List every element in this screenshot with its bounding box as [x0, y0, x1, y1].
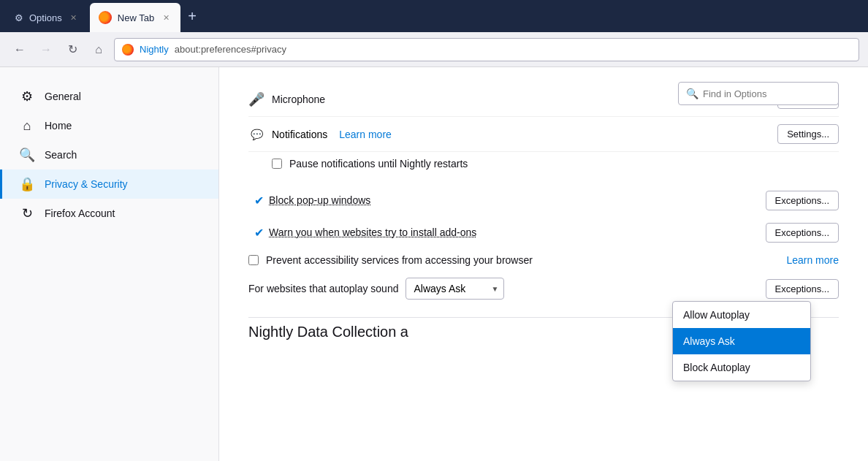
gear-icon: ⚙ [20, 89, 34, 104]
sidebar: ⚙ General ⌂ Home 🔍 Search 🔒 Privacy & Se… [0, 67, 219, 461]
page: ⚙ General ⌂ Home 🔍 Search 🔒 Privacy & Se… [0, 67, 868, 461]
forward-button[interactable]: → [35, 39, 57, 61]
warn-addons-checkmark: ✔ [248, 222, 269, 243]
block-popup-exceptions-button[interactable]: Exceptions... [766, 191, 839, 210]
warn-addons-row: ✔ Warn you when websites try to install … [248, 216, 839, 248]
tab-options-label: Options [29, 12, 62, 23]
notifications-row: 💬 Notifications Learn more Settings... [248, 117, 839, 152]
warn-addons-label: Warn you when websites try to install ad… [269, 226, 766, 238]
autoplay-exceptions-button[interactable]: Exceptions... [766, 279, 839, 299]
pause-notifications-label: Pause notifications until Nightly restar… [289, 158, 468, 169]
autoplay-label: For websites that autoplay sound [248, 283, 398, 294]
new-tab-button[interactable]: + [182, 6, 202, 26]
sidebar-general-label: General [45, 91, 81, 102]
url-site-name: Nightly [140, 44, 169, 55]
firefox-tab-icon [99, 11, 112, 24]
sidebar-item-general[interactable]: ⚙ General [0, 82, 218, 111]
notifications-label-group: 💬 Notifications Learn more [248, 126, 777, 142]
autoplay-dropdown: Allow Autoplay Always Ask Block Autoplay [672, 301, 811, 381]
sidebar-item-search[interactable]: 🔍 Search [0, 140, 218, 169]
block-popup-row: ✔ Block pop-up windows Exceptions... [248, 184, 839, 216]
url-bar[interactable]: Nightly about:preferences#privacy [114, 38, 859, 61]
sidebar-privacy-label: Privacy & Security [45, 178, 128, 190]
dropdown-item-always-ask[interactable]: Always Ask [673, 328, 810, 354]
tab-options-close[interactable]: ✕ [68, 12, 80, 23]
sidebar-home-label: Home [45, 120, 72, 132]
dropdown-item-allow[interactable]: Allow Autoplay [673, 302, 810, 328]
find-in-options[interactable]: 🔍 [678, 82, 839, 105]
pause-notifications-checkbox[interactable] [272, 159, 282, 169]
notifications-icon: 💬 [248, 126, 264, 142]
find-in-options-input[interactable] [703, 88, 831, 99]
reload-button[interactable]: ↻ [61, 39, 83, 61]
search-icon: 🔍 [20, 148, 34, 162]
tab-newtab[interactable]: New Tab ✕ [90, 3, 180, 32]
microphone-icon: 🎤 [248, 91, 264, 107]
prevent-accessibility-label: Prevent accessibility services from acce… [266, 254, 774, 266]
block-popup-checkmark: ✔ [248, 190, 269, 210]
options-gear-icon: ⚙ [15, 12, 23, 23]
notifications-label: Notifications [272, 129, 327, 140]
microphone-label: Microphone [272, 94, 325, 105]
block-popup-label: Block pop-up windows [269, 194, 766, 206]
prevent-accessibility-row: Prevent accessibility services from acce… [248, 248, 839, 272]
autoplay-select-wrapper: Allow Autoplay Always Ask Block Autoplay… [406, 278, 504, 300]
back-button[interactable]: ← [9, 39, 31, 61]
sidebar-item-firefox-account[interactable]: ↻ Firefox Account [0, 199, 218, 228]
title-bar: ⚙ Options ✕ New Tab ✕ + [0, 0, 868, 32]
find-search-icon: 🔍 [686, 88, 698, 99]
autoplay-exceptions-wrapper: Exceptions... [766, 279, 839, 299]
prevent-accessibility-checkbox[interactable] [248, 255, 259, 265]
url-value: about:preferences#privacy [175, 44, 286, 55]
main-content: 🔍 🎤 Microphone Settings... 💬 Notificatio… [219, 67, 868, 461]
tab-newtab-label: New Tab [118, 12, 154, 23]
sidebar-item-privacy[interactable]: 🔒 Privacy & Security [0, 169, 218, 199]
home-icon: ⌂ [20, 118, 34, 133]
url-firefox-icon [122, 44, 134, 56]
autoplay-select[interactable]: Allow Autoplay Always Ask Block Autoplay [406, 278, 504, 300]
lock-icon: 🔒 [20, 177, 34, 191]
sidebar-account-label: Firefox Account [45, 207, 115, 219]
sidebar-item-home[interactable]: ⌂ Home [0, 111, 218, 140]
notifications-learn-more-link[interactable]: Learn more [339, 129, 392, 140]
nav-bar: ← → ↻ ⌂ Nightly about:preferences#privac… [0, 32, 868, 67]
sidebar-search-label: Search [45, 149, 77, 161]
dropdown-item-block[interactable]: Block Autoplay [673, 354, 810, 381]
notifications-settings-button[interactable]: Settings... [777, 124, 839, 144]
pause-notifications-row: Pause notifications until Nightly restar… [248, 152, 839, 175]
sync-icon: ↻ [20, 206, 34, 221]
home-button[interactable]: ⌂ [88, 39, 110, 61]
accessibility-learn-more-link[interactable]: Learn more [786, 254, 839, 266]
tab-options[interactable]: ⚙ Options ✕ [6, 3, 88, 32]
warn-addons-exceptions-button[interactable]: Exceptions... [766, 223, 839, 243]
tab-newtab-close[interactable]: ✕ [160, 12, 172, 23]
